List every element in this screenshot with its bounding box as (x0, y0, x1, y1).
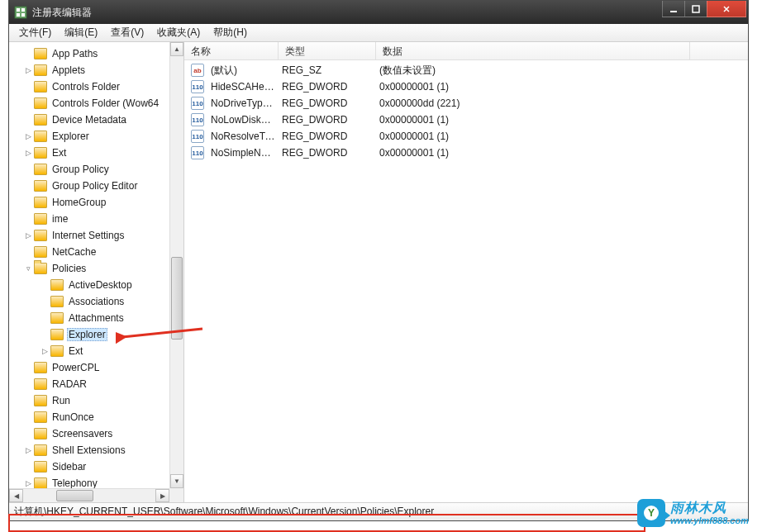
column-data[interactable]: 数据 (376, 42, 690, 59)
expand-icon[interactable]: ▷ (39, 347, 50, 355)
svg-rect-6 (693, 6, 699, 12)
tree-node[interactable]: ▷NetCache (11, 244, 169, 260)
value-data: 0x00000001 (1) (376, 147, 690, 159)
expand-icon[interactable]: ▷ (22, 66, 34, 74)
tree-node-label: Group Policy Editor (50, 179, 139, 192)
tree-node[interactable]: ▷RADAR (11, 376, 169, 392)
value-data: 0x00000001 (1) (376, 81, 690, 93)
folder-icon (34, 81, 47, 93)
scroll-corner (169, 488, 183, 502)
tree-node[interactable]: ▷Group Policy (11, 161, 169, 178)
folder-icon (34, 180, 47, 192)
expand-icon[interactable]: ▷ (22, 446, 34, 454)
scroll-left-icon[interactable]: ◀ (9, 489, 23, 502)
value-row[interactable]: 110NoResolveTrackREG_DWORD0x00000001 (1) (184, 128, 748, 145)
tree-node[interactable]: ▷Controls Folder (Wow64 (11, 95, 169, 112)
tree-node[interactable]: ▷Telephony (11, 475, 169, 488)
tree-node[interactable]: ▿Policies (11, 260, 169, 277)
folder-icon (34, 378, 47, 390)
tree-node[interactable]: ▷Controls Folder (11, 78, 169, 95)
value-name: NoSimpleNetI... (207, 147, 279, 159)
value-row[interactable]: 110HideSCAHealthREG_DWORD0x00000001 (1) (184, 78, 748, 95)
expand-icon[interactable]: ▷ (22, 149, 34, 157)
close-button[interactable] (707, 1, 746, 17)
tree-node[interactable]: ▷Run (11, 392, 169, 409)
scroll-right-icon[interactable]: ▶ (155, 489, 169, 502)
scroll-track[interactable] (23, 489, 155, 502)
value-row[interactable]: 110NoLowDiskSp...REG_DWORD0x00000001 (1) (184, 112, 748, 128)
tree-node[interactable]: ▷App Paths (11, 45, 169, 62)
tree-node[interactable]: ▷Ext (11, 145, 169, 161)
tree-node[interactable]: ▷Associations (11, 293, 169, 310)
collapse-icon[interactable]: ▿ (22, 264, 34, 273)
expand-icon[interactable]: ▷ (22, 479, 34, 487)
value-type: REG_DWORD (279, 81, 376, 93)
value-row[interactable]: ab(默认)REG_SZ(数值未设置) (184, 62, 748, 78)
tree-node[interactable]: ▷Group Policy Editor (11, 178, 169, 194)
value-row[interactable]: 110NoSimpleNetI...REG_DWORD0x00000001 (1… (184, 145, 748, 161)
tree-node-label: HomeGroup (50, 196, 107, 209)
menu-favorites[interactable]: 收藏夹(A) (150, 24, 207, 41)
svg-rect-4 (21, 13, 25, 17)
tree-node-label: App Paths (50, 47, 99, 60)
value-name: HideSCAHealth (207, 81, 279, 93)
value-type: REG_DWORD (279, 147, 376, 159)
tree-node[interactable]: ▷ActiveDesktop (11, 277, 169, 293)
scroll-thumb[interactable] (171, 257, 183, 340)
value-data: 0x00000001 (1) (376, 131, 690, 142)
column-name[interactable]: 名称 (184, 42, 279, 59)
scroll-down-icon[interactable]: ▼ (170, 474, 183, 488)
tree-node[interactable]: ▷PowerCPL (11, 359, 169, 376)
value-row[interactable]: 110NoDriveTypeA...REG_DWORD0x000000dd (2… (184, 95, 748, 112)
menu-edit[interactable]: 编辑(E) (58, 24, 104, 41)
tree-node[interactable]: ▷HomeGroup (11, 194, 169, 211)
watermark: Y 雨林木风 www.ylmf888.com (637, 499, 749, 527)
folder-icon (34, 164, 47, 175)
tree-node[interactable]: ▷Internet Settings (11, 227, 169, 244)
expand-icon[interactable]: ▷ (22, 132, 34, 140)
tree-node[interactable]: ▷Shell Extensions (11, 442, 169, 458)
tree-node[interactable]: ▷Explorer (11, 128, 169, 145)
tree-horizontal-scrollbar[interactable]: ◀ ▶ (9, 488, 169, 502)
menu-view[interactable]: 查看(V) (104, 24, 150, 41)
tree-node[interactable]: ▷ime (11, 211, 169, 227)
value-list[interactable]: ab(默认)REG_SZ(数值未设置)110HideSCAHealthREG_D… (184, 60, 748, 161)
window-buttons (663, 1, 746, 17)
expand-icon[interactable]: ▷ (22, 231, 34, 240)
window-frame: 注册表编辑器 文件(F) 编辑(E) 查看(V) 收藏夹(A) 帮助(H) ▷A… (8, 0, 749, 521)
value-name: (默认) (207, 64, 279, 78)
tree-node[interactable]: ▷Explorer (11, 326, 169, 343)
column-type[interactable]: 类型 (279, 42, 376, 59)
tree-node-label: Controls Folder (50, 80, 121, 93)
value-data: (数值未设置) (376, 64, 690, 78)
menu-help[interactable]: 帮助(H) (207, 24, 254, 41)
tree-node[interactable]: ▷Sidebar (11, 458, 169, 475)
folder-icon (34, 114, 47, 126)
svg-rect-2 (21, 8, 25, 12)
tree-node-label: Device Metadata (50, 113, 128, 126)
registry-tree[interactable]: ▷App Paths▷Applets▷Controls Folder▷Contr… (9, 42, 169, 488)
folder-icon (34, 213, 47, 225)
tree-node-label: Group Policy (50, 163, 111, 176)
tree-node-label: NetCache (50, 245, 98, 259)
tree-node-label: Associations (67, 295, 126, 308)
scroll-thumb[interactable] (56, 490, 93, 501)
title-bar[interactable]: 注册表编辑器 (9, 1, 748, 24)
tree-node[interactable]: ▷Applets (11, 62, 169, 78)
folder-icon (34, 477, 47, 488)
tree-node-label: Telephony (50, 477, 99, 488)
tree-vertical-scrollbar[interactable]: ▲ ▼ (169, 42, 183, 488)
tree-node[interactable]: ▷RunOnce (11, 409, 169, 425)
scroll-up-icon[interactable]: ▲ (170, 42, 183, 56)
list-pane: 名称 类型 数据 ab(默认)REG_SZ(数值未设置)110HideSCAHe… (184, 42, 748, 502)
tree-node[interactable]: ▷Attachments (11, 310, 169, 326)
tree-node-label: RADAR (50, 378, 88, 391)
scroll-track[interactable] (170, 56, 183, 474)
tree-node[interactable]: ▷Device Metadata (11, 112, 169, 128)
tree-node[interactable]: ▷Screensavers (11, 425, 169, 442)
tree-node[interactable]: ▷Ext (11, 343, 169, 359)
minimize-button[interactable] (662, 1, 685, 17)
menu-file[interactable]: 文件(F) (12, 24, 58, 41)
dword-value-icon: 110 (191, 130, 204, 143)
maximize-button[interactable] (684, 1, 707, 17)
